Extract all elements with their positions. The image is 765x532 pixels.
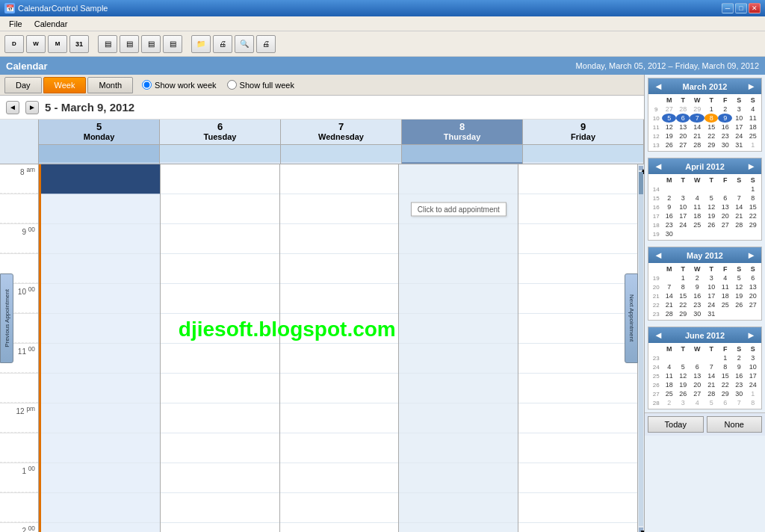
tuesday-cell-12[interactable] xyxy=(161,523,279,532)
toolbar-day-btn[interactable]: D xyxy=(4,35,24,53)
cal-day[interactable]: 23 xyxy=(718,132,732,140)
cal-day[interactable]: 20 xyxy=(676,132,690,140)
close-button[interactable]: ✕ xyxy=(749,3,761,13)
wednesday-cell-1[interactable] xyxy=(280,194,399,224)
cal-day[interactable]: 9 xyxy=(718,114,732,123)
day-header-tuesday[interactable]: 6 Tuesday xyxy=(160,120,281,164)
toolbar-31-btn[interactable]: 31 xyxy=(69,35,89,53)
thursday-cell-4[interactable] xyxy=(399,284,518,314)
toolbar-print2-btn[interactable]: 🖨 xyxy=(256,35,276,53)
wednesday-cell-10[interactable] xyxy=(280,463,399,493)
cal-day[interactable]: 5 xyxy=(662,114,676,123)
wednesday-cell-7[interactable] xyxy=(280,374,399,403)
thursday-cell-3[interactable] xyxy=(399,254,518,284)
thursday-cell-7[interactable] xyxy=(399,374,518,403)
time-grid-scroll[interactable]: djiesoft.blogspot.com 8 am 9 00 10 00 11… xyxy=(0,164,638,532)
appointment-hint[interactable]: Click to add appointment xyxy=(411,202,507,216)
cal-day[interactable]: 28 xyxy=(676,105,690,114)
cal-day[interactable]: 6 xyxy=(676,114,690,123)
monday-cell-9[interactable] xyxy=(41,433,160,463)
cal-day[interactable]: 1 xyxy=(704,105,719,114)
cal-day[interactable]: 31 xyxy=(732,140,746,149)
scroll-up-icon[interactable]: ▲ xyxy=(639,166,643,170)
monday-cell-8[interactable] xyxy=(41,403,160,433)
day-header-monday[interactable]: 5 Monday xyxy=(39,120,160,164)
cal-day[interactable]: 11 xyxy=(746,114,760,123)
toolbar-view4-btn[interactable]: ▤ xyxy=(163,35,182,53)
friday-cell-2[interactable] xyxy=(518,224,637,254)
cal-day[interactable]: 24 xyxy=(732,132,746,140)
radio-work-week[interactable]: Show work week xyxy=(142,80,217,90)
toolbar-month-btn[interactable]: M xyxy=(48,35,67,53)
day-header-wednesday[interactable]: 7 Wednesday xyxy=(281,120,402,164)
thursday-cell-2[interactable] xyxy=(399,224,518,254)
thursday-cell-6[interactable] xyxy=(399,344,518,374)
monday-cell-7[interactable] xyxy=(41,374,160,403)
thursday-cell-10[interactable] xyxy=(399,463,518,493)
toolbar-view1-btn[interactable]: ▤ xyxy=(98,35,117,53)
tuesday-cell-5[interactable] xyxy=(161,314,279,344)
toolbar-open-btn[interactable]: 📁 xyxy=(191,35,211,53)
cal-day[interactable]: 15 xyxy=(704,123,719,132)
cal-day[interactable]: 12 xyxy=(662,123,676,132)
today-button[interactable]: Today xyxy=(648,416,704,433)
monday-cell-3[interactable] xyxy=(41,254,160,284)
cal-day[interactable]: 29 xyxy=(704,140,719,149)
friday-cell-9[interactable] xyxy=(518,433,637,463)
tab-day[interactable]: Day xyxy=(4,77,42,93)
next-appointment-button[interactable]: Next Appointment xyxy=(625,273,638,363)
tab-month[interactable]: Month xyxy=(87,77,133,93)
monday-cell-2[interactable] xyxy=(41,224,160,254)
cal-day[interactable]: 25 xyxy=(746,132,760,140)
april-prev-btn[interactable]: ◄ xyxy=(652,161,665,172)
prev-week-button[interactable]: ◄ xyxy=(6,101,19,114)
cal-day[interactable]: 27 xyxy=(662,105,676,114)
toolbar-search-btn[interactable]: 🔍 xyxy=(235,35,254,53)
friday-cell-0[interactable] xyxy=(518,164,637,194)
cal-day[interactable]: 18 xyxy=(746,123,760,132)
scroll-down-icon[interactable]: ▼ xyxy=(639,528,643,532)
wednesday-cell-2[interactable] xyxy=(280,224,399,254)
prev-appointment-button[interactable]: Previous Appointment xyxy=(0,273,13,363)
may-next-btn[interactable]: ► xyxy=(745,250,758,261)
wednesday-cell-8[interactable] xyxy=(280,403,399,433)
march-next-btn[interactable]: ► xyxy=(745,81,758,92)
thursday-cell-9[interactable] xyxy=(399,433,518,463)
thursday-cell-12[interactable] xyxy=(399,523,518,532)
cal-day[interactable]: 14 xyxy=(690,123,704,132)
friday-cell-7[interactable] xyxy=(518,374,637,403)
june-prev-btn[interactable]: ◄ xyxy=(652,330,665,341)
day-header-friday[interactable]: 9 Friday xyxy=(523,120,644,164)
cal-day[interactable]: 16 xyxy=(718,123,732,132)
thursday-cell-11[interactable] xyxy=(399,493,518,523)
maximize-button[interactable]: □ xyxy=(735,3,747,13)
wednesday-cell-11[interactable] xyxy=(280,493,399,523)
wednesday-cell-6[interactable] xyxy=(280,344,399,374)
monday-highlight-slot[interactable] xyxy=(41,164,160,194)
cal-day[interactable]: 3 xyxy=(732,105,746,114)
cal-day[interactable]: 17 xyxy=(732,123,746,132)
tuesday-cell-2[interactable] xyxy=(161,224,279,254)
monday-cell-4[interactable] xyxy=(41,284,160,314)
monday-cell-1[interactable] xyxy=(41,194,160,224)
monday-cell-11[interactable] xyxy=(41,493,160,523)
tuesday-cell-3[interactable] xyxy=(161,254,279,284)
thursday-cell-0[interactable] xyxy=(399,164,518,194)
monday-cell-5[interactable] xyxy=(41,314,160,344)
friday-cell-5[interactable] xyxy=(518,314,637,344)
toolbar-view3-btn[interactable]: ▤ xyxy=(141,35,161,53)
cal-day[interactable]: 7 xyxy=(690,114,704,123)
cal-day[interactable]: 10 xyxy=(732,114,746,123)
friday-cell-1[interactable] xyxy=(518,194,637,224)
cal-day[interactable]: 2 xyxy=(718,105,732,114)
cal-day[interactable]: 21 xyxy=(690,132,704,140)
tuesday-cell-9[interactable] xyxy=(161,433,279,463)
cal-day[interactable]: 26 xyxy=(662,140,676,149)
friday-cell-6[interactable] xyxy=(518,344,637,374)
tab-week[interactable]: Week xyxy=(43,77,87,93)
cal-day-today[interactable]: 8 xyxy=(704,114,719,123)
minimize-button[interactable]: ─ xyxy=(722,3,734,13)
tuesday-cell-11[interactable] xyxy=(161,493,279,523)
friday-cell-10[interactable] xyxy=(518,463,637,493)
tuesday-cell-1[interactable] xyxy=(161,194,279,224)
